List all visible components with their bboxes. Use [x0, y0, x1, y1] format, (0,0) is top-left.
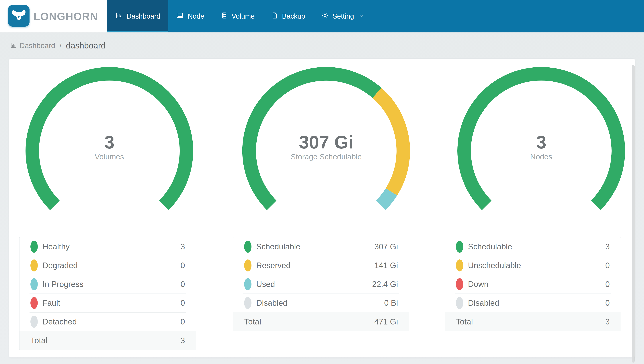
- volumes-legend-table: Healthy 3 Degraded 0 In Progress 0 Fault…: [19, 237, 196, 350]
- storage-legend-table: Schedulable 307 Gi Reserved 141 Gi Used …: [233, 237, 409, 332]
- total-row: Total 3: [20, 331, 196, 350]
- vertical-scrollbar[interactable]: [632, 65, 634, 362]
- top-navigation-bar: LONGHORN Dashboard Node Volume: [0, 0, 644, 32]
- nav-label: Backup: [282, 12, 305, 20]
- table-row: Fault 0: [20, 294, 196, 312]
- table-row: Detached 0: [20, 312, 196, 331]
- node-icon: [176, 12, 184, 21]
- breadcrumb-section-link[interactable]: Dashboard: [20, 42, 55, 50]
- inprogress-status-dot: [30, 278, 38, 290]
- degraded-status-dot: [30, 260, 38, 272]
- table-row: Disabled 0 Bi: [233, 294, 409, 312]
- healthy-status-dot: [30, 241, 38, 253]
- table-row: Disabled 0: [445, 294, 621, 312]
- breadcrumb-current-page: dashboard: [66, 41, 106, 50]
- table-row: Schedulable 3: [445, 237, 621, 256]
- table-row: Used 22.4 Gi: [233, 275, 409, 294]
- breadcrumb: Dashboard / dashboard: [10, 32, 106, 59]
- table-row: Unschedulable 0: [445, 256, 621, 275]
- breadcrumb-chart-icon: [10, 42, 17, 49]
- reserved-status-dot: [244, 260, 252, 272]
- fault-status-dot: [30, 297, 38, 309]
- disabled-status-dot: [456, 297, 463, 309]
- used-status-dot: [244, 278, 252, 290]
- longhorn-logo[interactable]: [8, 5, 30, 26]
- nav-label: Volume: [232, 12, 255, 20]
- nav-item-backup[interactable]: Backup: [263, 0, 313, 32]
- nav-item-setting[interactable]: Setting: [313, 0, 372, 32]
- main-nav: Dashboard Node Volume Backup: [107, 0, 372, 32]
- volume-icon: [220, 12, 228, 21]
- backup-icon: [271, 12, 278, 21]
- unschedulable-status-dot: [456, 260, 463, 272]
- nav-item-volume[interactable]: Volume: [212, 0, 263, 32]
- table-row: Reserved 141 Gi: [233, 256, 409, 275]
- total-row: Total 471 Gi: [233, 312, 409, 331]
- dashboard-card: 3 Volumes 307 Gi Storage Schedulable 3 N…: [9, 59, 635, 358]
- schedulable-status-dot: [456, 241, 463, 253]
- table-row: Degraded 0: [20, 256, 196, 275]
- table-row: Schedulable 307 Gi: [233, 237, 409, 256]
- dashboard-icon: [115, 12, 123, 21]
- bull-icon: [10, 7, 27, 24]
- gear-icon: [321, 12, 329, 21]
- total-row: Total 3: [445, 312, 621, 331]
- table-row: Healthy 3: [20, 237, 196, 256]
- volumes-gauge-chart: [24, 65, 195, 236]
- nav-label: Node: [188, 12, 204, 20]
- brand-area: LONGHORN: [0, 0, 107, 32]
- disabled-status-dot: [244, 297, 252, 309]
- table-row: Down 0: [445, 275, 621, 294]
- brand-name: LONGHORN: [34, 0, 98, 32]
- longhorn-dashboard-page: LONGHORN Dashboard Node Volume: [0, 0, 644, 364]
- nav-item-node[interactable]: Node: [168, 0, 212, 32]
- table-row: In Progress 0: [20, 275, 196, 294]
- down-status-dot: [456, 278, 463, 290]
- chevron-down-icon: [358, 12, 364, 20]
- nodes-legend-table: Schedulable 3 Unschedulable 0 Down 0 Dis…: [445, 237, 621, 332]
- nav-item-dashboard[interactable]: Dashboard: [107, 0, 168, 32]
- schedulable-status-dot: [244, 241, 252, 253]
- breadcrumb-separator: /: [60, 42, 62, 50]
- nav-label: Dashboard: [126, 12, 160, 20]
- detached-status-dot: [30, 316, 38, 328]
- nodes-gauge-chart: [456, 65, 627, 236]
- nav-label: Setting: [332, 12, 354, 20]
- storage-gauge-chart: [240, 65, 412, 236]
